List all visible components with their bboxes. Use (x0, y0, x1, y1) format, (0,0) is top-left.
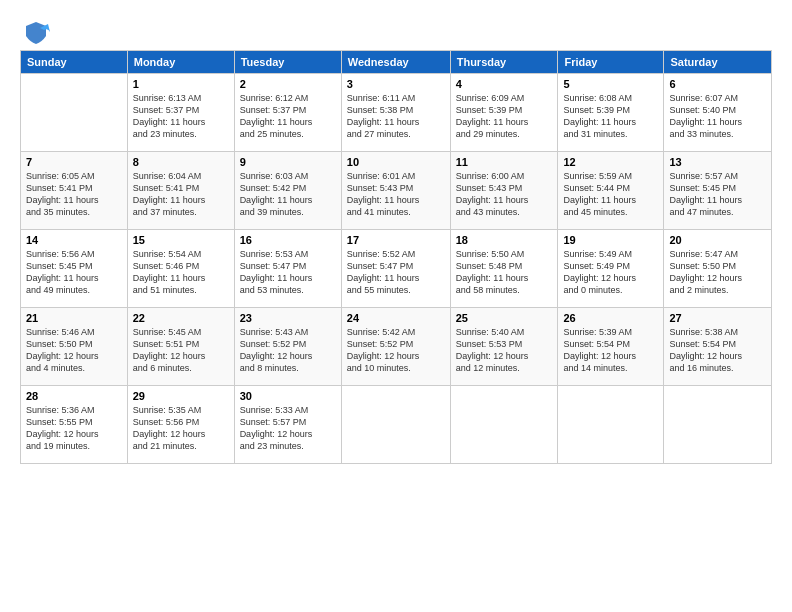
calendar-cell: 26Sunrise: 5:39 AMSunset: 5:54 PMDayligh… (558, 308, 664, 386)
calendar-cell (21, 74, 128, 152)
week-row-3: 14Sunrise: 5:56 AMSunset: 5:45 PMDayligh… (21, 230, 772, 308)
cell-line: and 0 minutes. (563, 285, 622, 295)
cell-line: Daylight: 11 hours (347, 117, 420, 127)
cell-content: Sunrise: 5:47 AMSunset: 5:50 PMDaylight:… (669, 248, 766, 297)
cell-line: Sunset: 5:52 PM (240, 339, 307, 349)
cell-line: Daylight: 11 hours (133, 117, 206, 127)
calendar-cell: 16Sunrise: 5:53 AMSunset: 5:47 PMDayligh… (234, 230, 341, 308)
cell-content: Sunrise: 5:59 AMSunset: 5:44 PMDaylight:… (563, 170, 658, 219)
logo-icon (22, 18, 50, 46)
cell-line: and 16 minutes. (669, 363, 733, 373)
cell-content: Sunrise: 5:50 AMSunset: 5:48 PMDaylight:… (456, 248, 553, 297)
cell-line: Daylight: 11 hours (669, 117, 742, 127)
cell-line: Sunrise: 5:56 AM (26, 249, 95, 259)
cell-line: Sunset: 5:41 PM (133, 183, 200, 193)
cell-content: Sunrise: 5:36 AMSunset: 5:55 PMDaylight:… (26, 404, 122, 453)
cell-line: Sunrise: 6:08 AM (563, 93, 632, 103)
cell-line: Sunset: 5:48 PM (456, 261, 523, 271)
day-number: 1 (133, 78, 229, 90)
day-number: 12 (563, 156, 658, 168)
calendar-cell: 18Sunrise: 5:50 AMSunset: 5:48 PMDayligh… (450, 230, 558, 308)
calendar-cell: 4Sunrise: 6:09 AMSunset: 5:39 PMDaylight… (450, 74, 558, 152)
calendar-cell: 30Sunrise: 5:33 AMSunset: 5:57 PMDayligh… (234, 386, 341, 464)
day-number: 17 (347, 234, 445, 246)
cell-line: and 6 minutes. (133, 363, 192, 373)
col-header-monday: Monday (127, 51, 234, 74)
cell-line: Sunset: 5:39 PM (456, 105, 523, 115)
cell-content: Sunrise: 5:40 AMSunset: 5:53 PMDaylight:… (456, 326, 553, 375)
cell-line: and 43 minutes. (456, 207, 520, 217)
cell-line: Sunrise: 5:53 AM (240, 249, 309, 259)
col-header-saturday: Saturday (664, 51, 772, 74)
cell-line: Daylight: 12 hours (26, 351, 99, 361)
cell-line: Sunrise: 6:11 AM (347, 93, 416, 103)
calendar-cell: 25Sunrise: 5:40 AMSunset: 5:53 PMDayligh… (450, 308, 558, 386)
day-number: 3 (347, 78, 445, 90)
cell-line: Sunset: 5:55 PM (26, 417, 93, 427)
cell-line: Daylight: 11 hours (240, 117, 313, 127)
cell-line: and 25 minutes. (240, 129, 304, 139)
day-number: 23 (240, 312, 336, 324)
cell-content: Sunrise: 6:13 AMSunset: 5:37 PMDaylight:… (133, 92, 229, 141)
cell-line: Sunrise: 6:07 AM (669, 93, 738, 103)
cell-line: and 35 minutes. (26, 207, 90, 217)
cell-line: Daylight: 11 hours (26, 273, 99, 283)
cell-line: Sunset: 5:53 PM (456, 339, 523, 349)
col-header-friday: Friday (558, 51, 664, 74)
calendar-cell: 10Sunrise: 6:01 AMSunset: 5:43 PMDayligh… (341, 152, 450, 230)
cell-line: Sunset: 5:45 PM (669, 183, 736, 193)
cell-content: Sunrise: 6:00 AMSunset: 5:43 PMDaylight:… (456, 170, 553, 219)
page: SundayMondayTuesdayWednesdayThursdayFrid… (0, 0, 792, 612)
cell-line: Sunrise: 6:00 AM (456, 171, 525, 181)
calendar-cell: 5Sunrise: 6:08 AMSunset: 5:39 PMDaylight… (558, 74, 664, 152)
cell-line: Sunrise: 6:01 AM (347, 171, 416, 181)
cell-line: Daylight: 11 hours (347, 273, 420, 283)
cell-content: Sunrise: 5:49 AMSunset: 5:49 PMDaylight:… (563, 248, 658, 297)
cell-line: Sunrise: 5:46 AM (26, 327, 95, 337)
cell-line: Daylight: 11 hours (456, 195, 529, 205)
cell-line: Sunrise: 6:13 AM (133, 93, 202, 103)
cell-line: and 58 minutes. (456, 285, 520, 295)
cell-line: Sunrise: 5:42 AM (347, 327, 416, 337)
calendar-cell (664, 386, 772, 464)
day-number: 29 (133, 390, 229, 402)
calendar-cell: 9Sunrise: 6:03 AMSunset: 5:42 PMDaylight… (234, 152, 341, 230)
day-number: 25 (456, 312, 553, 324)
calendar-cell: 24Sunrise: 5:42 AMSunset: 5:52 PMDayligh… (341, 308, 450, 386)
day-number: 21 (26, 312, 122, 324)
cell-line: and 12 minutes. (456, 363, 520, 373)
cell-line: Sunrise: 5:40 AM (456, 327, 525, 337)
cell-line: Daylight: 11 hours (240, 273, 313, 283)
week-row-4: 21Sunrise: 5:46 AMSunset: 5:50 PMDayligh… (21, 308, 772, 386)
cell-line: Sunset: 5:39 PM (563, 105, 630, 115)
cell-line: Daylight: 12 hours (240, 351, 313, 361)
cell-line: Sunrise: 5:45 AM (133, 327, 202, 337)
cell-line: Daylight: 12 hours (133, 351, 206, 361)
cell-content: Sunrise: 6:07 AMSunset: 5:40 PMDaylight:… (669, 92, 766, 141)
cell-line: and 39 minutes. (240, 207, 304, 217)
cell-line: Sunset: 5:51 PM (133, 339, 200, 349)
cell-content: Sunrise: 5:39 AMSunset: 5:54 PMDaylight:… (563, 326, 658, 375)
calendar: SundayMondayTuesdayWednesdayThursdayFrid… (20, 50, 772, 464)
day-number: 11 (456, 156, 553, 168)
calendar-cell: 17Sunrise: 5:52 AMSunset: 5:47 PMDayligh… (341, 230, 450, 308)
day-number: 20 (669, 234, 766, 246)
calendar-cell: 23Sunrise: 5:43 AMSunset: 5:52 PMDayligh… (234, 308, 341, 386)
cell-line: and 31 minutes. (563, 129, 627, 139)
day-number: 4 (456, 78, 553, 90)
cell-content: Sunrise: 6:03 AMSunset: 5:42 PMDaylight:… (240, 170, 336, 219)
cell-line: Sunrise: 5:36 AM (26, 405, 95, 415)
cell-line: Sunrise: 5:49 AM (563, 249, 632, 259)
calendar-cell: 7Sunrise: 6:05 AMSunset: 5:41 PMDaylight… (21, 152, 128, 230)
cell-line: Sunset: 5:54 PM (669, 339, 736, 349)
cell-line: Daylight: 12 hours (347, 351, 420, 361)
cell-line: Daylight: 12 hours (456, 351, 529, 361)
calendar-cell: 15Sunrise: 5:54 AMSunset: 5:46 PMDayligh… (127, 230, 234, 308)
calendar-cell: 19Sunrise: 5:49 AMSunset: 5:49 PMDayligh… (558, 230, 664, 308)
cell-line: Daylight: 12 hours (133, 429, 206, 439)
day-number: 14 (26, 234, 122, 246)
cell-line: and 14 minutes. (563, 363, 627, 373)
cell-line: and 21 minutes. (133, 441, 197, 451)
day-number: 7 (26, 156, 122, 168)
calendar-cell (558, 386, 664, 464)
